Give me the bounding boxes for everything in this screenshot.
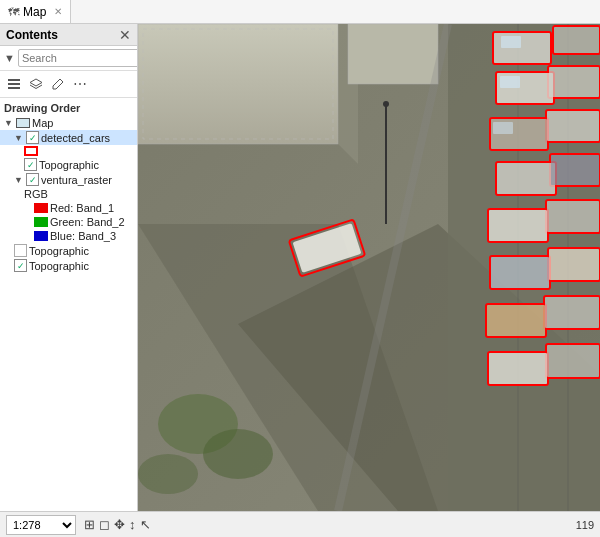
tab-map[interactable]: 🗺 Map ✕ [0,0,71,23]
expand-icon-vr: ▼ [14,175,24,185]
svg-rect-47 [549,249,599,280]
svg-rect-39 [549,67,599,97]
panel-title: Contents [6,28,58,42]
panel-header: Contents ✕ [0,24,137,46]
svg-rect-54 [500,76,520,88]
pan-tool-button[interactable]: ✥ [114,517,125,532]
select-tool-button[interactable]: ◻ [99,517,110,532]
topographic2-label: Topographic [29,245,89,257]
tree-item-topographic2[interactable]: ⬜ Topographic [0,243,137,258]
svg-rect-49 [545,297,599,328]
map-label: Map [32,117,53,129]
tab-close-button[interactable]: ✕ [54,6,62,17]
contents-toolbar: ⋯ [0,71,137,98]
expand-icon: ▼ [4,118,14,128]
svg-rect-53 [501,36,521,48]
svg-rect-45 [547,201,599,232]
checkbox-topographic1[interactable]: ✓ [24,158,37,171]
tree-item-topographic1[interactable]: ✓ Topographic [0,157,137,172]
svg-rect-37 [554,27,599,53]
svg-rect-51 [547,345,599,377]
navigate-button[interactable]: ↕ [129,517,136,532]
tree-item-blue-band: Blue: Band_3 [0,229,137,243]
svg-rect-0 [8,79,20,81]
zoom-extent-button[interactable]: ⊞ [84,517,95,532]
more-button[interactable]: ⋯ [70,74,90,94]
status-tools: ⊞ ◻ ✥ ↕ ↖ [84,517,151,532]
svg-rect-48 [487,305,545,336]
tree-item-green-band: Green: Band_2 [0,215,137,229]
filter-icon: ▼ [4,52,15,64]
contents-panel: Contents ✕ ▼ ⋯ Drawing Order [0,24,138,511]
panel-close-button[interactable]: ✕ [119,28,131,42]
ventura-raster-label: ventura_raster [41,174,112,186]
tree-item-map[interactable]: ▼ Map [0,116,137,130]
status-bar: 1:278 ⊞ ◻ ✥ ↕ ↖ 119 [0,511,600,537]
svg-rect-44 [489,210,547,241]
tree-item-detected-cars[interactable]: ▼ ✓ detected_cars [0,130,137,145]
map-tab-icon: 🗺 [8,6,19,18]
svg-rect-43 [551,155,599,185]
tab-map-label: Map [23,5,46,19]
rgb-label: RGB [24,188,48,200]
topographic1-label: Topographic [39,159,99,171]
map-view[interactable] [138,24,600,511]
green-swatch [34,217,48,227]
svg-rect-6 [138,24,338,144]
tree-item-topographic3[interactable]: ✓ Topographic [0,258,137,273]
topographic3-label: Topographic [29,260,89,272]
dc-swatch-icon [24,146,38,156]
svg-rect-50 [489,353,547,384]
tree-item-ventura-raster[interactable]: ▼ ✓ ventura_raster [0,172,137,187]
expand-icon-dc: ▼ [14,133,24,143]
search-input[interactable] [18,49,138,67]
svg-point-14 [203,429,273,479]
checkbox-topographic3[interactable]: ✓ [14,259,27,272]
layers-button[interactable] [26,74,46,94]
red-swatch [34,203,48,213]
tree-item-dc-swatch [0,145,137,157]
contents-body: Drawing Order ▼ Map ▼ ✓ detected_cars ✓ … [0,98,137,511]
svg-rect-42 [497,163,555,194]
search-bar: ▼ [0,46,137,71]
edit-button[interactable] [48,74,68,94]
svg-rect-41 [547,111,599,141]
svg-rect-55 [493,122,513,134]
blue-swatch [34,231,48,241]
feature-count: 119 [576,519,594,531]
cursor-tool-button[interactable]: ↖ [140,517,151,532]
green-band-label: Green: Band_2 [50,216,125,228]
checkbox-ventura-raster[interactable]: ✓ [26,173,39,186]
svg-rect-1 [8,83,20,85]
checkbox-detected-cars[interactable]: ✓ [26,131,39,144]
svg-rect-46 [491,257,549,288]
tree-item-red-band: Red: Band_1 [0,201,137,215]
svg-rect-9 [348,24,438,84]
list-view-button[interactable] [4,74,24,94]
checkbox-topographic2[interactable]: ⬜ [14,244,27,257]
tab-bar: 🗺 Map ✕ [0,0,600,24]
map-svg [138,24,600,511]
red-band-label: Red: Band_1 [50,202,114,214]
tree-item-rgb: RGB [0,187,137,201]
blue-band-label: Blue: Band_3 [50,230,116,242]
detected-cars-label: detected_cars [41,132,110,144]
drawing-order-label: Drawing Order [0,100,137,116]
map-layer-icon [16,118,30,128]
scale-select[interactable]: 1:278 [6,515,76,535]
svg-rect-2 [8,87,20,89]
svg-point-15 [138,454,198,494]
main-area: Contents ✕ ▼ ⋯ Drawing Order [0,24,600,511]
svg-point-18 [383,101,389,107]
